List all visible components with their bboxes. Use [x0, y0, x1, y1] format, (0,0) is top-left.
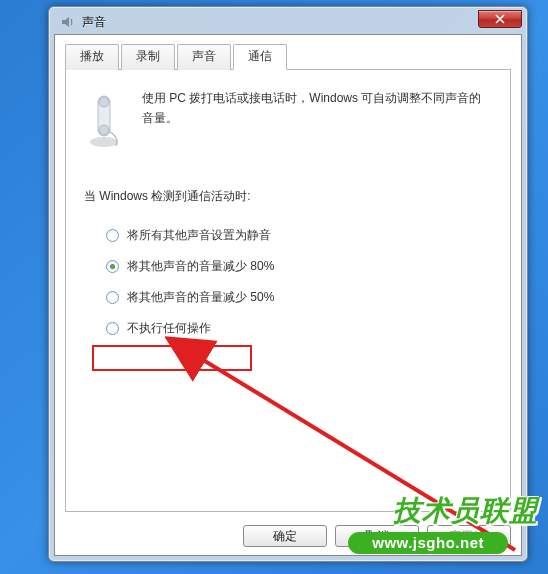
radio-mute-all[interactable]: 将所有其他声音设置为静音 [106, 227, 492, 244]
radio-reduce-80[interactable]: 将其他声音的音量减少 80% [106, 258, 492, 275]
svg-point-0 [90, 137, 118, 147]
radio-label: 将其他声音的音量减少 80% [127, 258, 274, 275]
radio-label: 不执行任何操作 [127, 320, 211, 337]
svg-point-2 [99, 97, 109, 107]
tab-communications[interactable]: 通信 [233, 44, 287, 70]
sound-icon [60, 14, 76, 30]
radio-dot-icon [106, 260, 119, 273]
ok-button[interactable]: 确定 [243, 525, 327, 547]
annotation-highlight-box [92, 345, 252, 371]
cancel-button[interactable]: 取消 [335, 525, 419, 547]
radio-label: 将所有其他声音设置为静音 [127, 227, 271, 244]
svg-point-3 [99, 125, 109, 135]
radio-do-nothing[interactable]: 不执行任何操作 [106, 320, 492, 337]
radio-reduce-50[interactable]: 将其他声音的音量减少 50% [106, 289, 492, 306]
tab-playback[interactable]: 播放 [65, 44, 119, 70]
close-button[interactable] [478, 10, 522, 28]
titlebar[interactable]: 声音 [54, 12, 522, 34]
radio-dot-icon [106, 322, 119, 335]
client-area: 播放 录制 声音 通信 使用 PC 拨打电话或接电话时，Windows 可自动调… [54, 34, 522, 556]
window-title: 声音 [82, 14, 106, 31]
sound-dialog-window: 声音 播放 录制 声音 通信 [48, 6, 528, 562]
tab-sounds[interactable]: 声音 [177, 44, 231, 70]
radio-group: 将所有其他声音设置为静音 将其他声音的音量减少 80% 将其他声音的音量减少 5… [106, 227, 492, 337]
description-row: 使用 PC 拨打电话或接电话时，Windows 可自动调整不同声音的音量。 [84, 88, 492, 148]
radio-dot-icon [106, 229, 119, 242]
phone-icon [84, 88, 124, 148]
apply-button[interactable]: 应用(A) [427, 525, 511, 547]
tab-body-communications: 使用 PC 拨打电话或接电话时，Windows 可自动调整不同声音的音量。 当 … [65, 70, 511, 512]
dialog-buttons: 确定 取消 应用(A) [243, 525, 511, 547]
detect-label: 当 Windows 检测到通信活动时: [84, 188, 492, 205]
tabs: 播放 录制 声音 通信 [65, 43, 511, 70]
radio-dot-icon [106, 291, 119, 304]
description-text: 使用 PC 拨打电话或接电话时，Windows 可自动调整不同声音的音量。 [142, 88, 492, 129]
radio-label: 将其他声音的音量减少 50% [127, 289, 274, 306]
tab-recording[interactable]: 录制 [121, 44, 175, 70]
